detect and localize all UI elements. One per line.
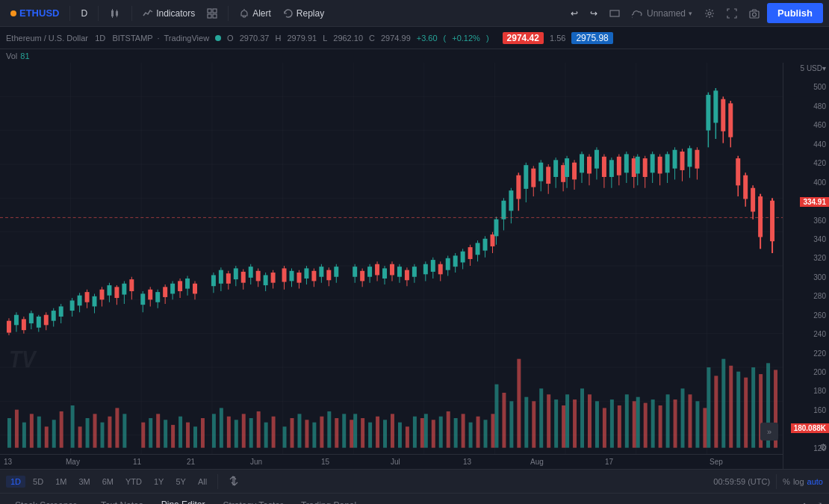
alert-icon <box>239 8 249 19</box>
change-paren: ) <box>486 34 489 43</box>
svg-rect-184 <box>178 281 182 291</box>
divider-4 <box>228 6 229 21</box>
timeframe-1d[interactable]: 1D <box>6 476 25 488</box>
svg-rect-178 <box>155 292 160 302</box>
trading-panel-label: Trading Panel <box>301 500 356 504</box>
vol-marker: 180.088K <box>791 423 829 433</box>
svg-rect-292 <box>602 157 606 177</box>
svg-rect-96 <box>476 417 480 448</box>
screenshot-button[interactable] <box>745 5 764 22</box>
divider-2 <box>98 6 99 21</box>
indicators-button[interactable]: Indicators <box>138 5 199 22</box>
publish-button[interactable]: Publish <box>767 3 823 23</box>
pine-editor-label: Pine Editor <box>161 500 205 504</box>
svg-rect-54 <box>164 420 167 447</box>
y-label-320: 320 <box>783 254 829 262</box>
timeframe-5d[interactable]: 5D <box>28 476 48 488</box>
svg-rect-254 <box>468 247 473 259</box>
svg-rect-168 <box>114 287 119 298</box>
svg-rect-208 <box>282 268 287 281</box>
price-info-bar: Ethereum / U.S. Dollar 1D BITSTAMP · Tra… <box>0 27 829 49</box>
percent-toggle[interactable]: % <box>783 477 790 486</box>
svg-rect-5 <box>117 16 117 17</box>
x-label-jul: Jul <box>391 458 400 466</box>
svg-rect-152 <box>52 311 56 321</box>
timeframe-3m[interactable]: 3M <box>74 476 94 488</box>
svg-rect-9 <box>213 14 217 18</box>
svg-rect-140 <box>7 321 11 333</box>
svg-rect-121 <box>651 399 655 448</box>
alert-button[interactable]: Alert <box>235 5 276 22</box>
timeframe-1m[interactable]: 1M <box>51 476 71 488</box>
svg-rect-320 <box>706 95 710 131</box>
stock-screener-label: Stock Screener <box>15 500 76 504</box>
svg-rect-128 <box>703 408 707 447</box>
svg-rect-107 <box>554 399 558 448</box>
x-label-15: 15 <box>321 458 329 466</box>
workspace-selector[interactable]: Unnamed ▾ <box>627 5 697 22</box>
fullscreen-button[interactable] <box>722 5 742 22</box>
svg-rect-228 <box>367 267 372 277</box>
svg-rect-204 <box>264 275 268 285</box>
expand-chart-button[interactable]: » <box>760 423 778 441</box>
svg-rect-220 <box>326 270 331 281</box>
svg-rect-222 <box>334 267 338 277</box>
layouts-button[interactable] <box>202 5 222 22</box>
strategy-tester-label: Strategy Tester <box>223 500 282 504</box>
undo-button[interactable]: ↩ <box>566 5 583 22</box>
timeframe-selector[interactable]: D <box>76 5 92 22</box>
svg-rect-250 <box>453 255 458 267</box>
svg-rect-97 <box>484 420 488 447</box>
svg-rect-82 <box>376 417 379 448</box>
svg-rect-132 <box>729 366 733 448</box>
svg-rect-75 <box>327 411 331 448</box>
svg-rect-234 <box>390 264 394 276</box>
auto-toggle[interactable]: auto <box>807 477 823 486</box>
tab-text-notes[interactable]: Text Notes <box>92 497 152 504</box>
svg-rect-49 <box>115 408 119 447</box>
log-toggle[interactable]: log <box>793 477 804 486</box>
svg-rect-258 <box>483 239 488 251</box>
svg-rect-174 <box>140 293 145 305</box>
tab-strategy-tester[interactable]: Strategy Tester <box>214 497 291 504</box>
workspace-chevron: ▾ <box>689 10 692 17</box>
timeframe-ytd[interactable]: YTD <box>121 476 146 488</box>
timeframe-all[interactable]: All <box>193 476 211 488</box>
compare-button[interactable] <box>224 474 243 489</box>
svg-rect-64 <box>242 414 246 447</box>
low-label: L <box>323 34 327 43</box>
source-text: TradingView <box>164 34 210 43</box>
timeframe-6m[interactable]: 6M <box>98 476 118 488</box>
timeframe-1y[interactable]: 1Y <box>149 476 168 488</box>
svg-rect-110 <box>573 399 577 448</box>
svg-rect-113 <box>595 401 599 447</box>
svg-rect-238 <box>405 270 409 281</box>
svg-rect-42 <box>60 411 63 448</box>
svg-rect-212 <box>296 273 301 283</box>
svg-rect-43 <box>71 405 75 448</box>
chart-type-selector[interactable] <box>105 4 125 22</box>
svg-rect-108 <box>562 405 565 448</box>
chart-main[interactable]: TV 13 May 11 21 Jun 15 Jul 13 Aug 17 Sep <box>0 63 783 469</box>
symbol-selector[interactable]: ETHUSD <box>6 4 63 22</box>
svg-rect-236 <box>397 267 402 277</box>
tab-trading-panel[interactable]: Trading Panel <box>292 497 365 504</box>
tab-stock-screener[interactable]: Stock Screener ▾ <box>6 497 92 504</box>
svg-rect-196 <box>234 268 238 279</box>
settings-button[interactable] <box>700 5 719 22</box>
svg-rect-103 <box>524 397 528 448</box>
fullscreen-footer-icon[interactable]: ⤢ <box>814 500 823 504</box>
svg-rect-242 <box>423 264 428 275</box>
svg-rect-282 <box>565 158 569 177</box>
redo-button[interactable]: ↪ <box>586 5 602 22</box>
vol-label: Vol <box>6 52 17 60</box>
timeframe-5y[interactable]: 5Y <box>171 476 190 488</box>
svg-rect-160 <box>85 292 90 302</box>
svg-point-13 <box>753 13 757 16</box>
chart-settings-button[interactable]: ⚙ <box>819 442 828 452</box>
tab-pine-editor[interactable]: Pine Editor <box>152 497 214 504</box>
svg-rect-0 <box>111 10 114 16</box>
collapse-icon[interactable]: ∧ <box>801 500 808 504</box>
replay-button[interactable]: Replay <box>279 5 329 22</box>
rectangle-button[interactable] <box>605 5 624 22</box>
